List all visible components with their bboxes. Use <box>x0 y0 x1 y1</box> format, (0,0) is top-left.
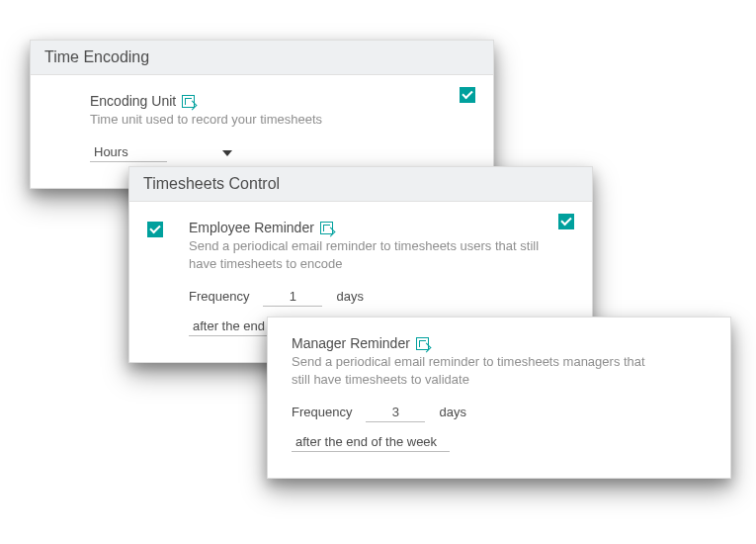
frequency-input[interactable] <box>263 287 322 307</box>
setting-title-row: Employee Reminder <box>189 220 574 235</box>
frequency-label: Frequency <box>292 405 352 419</box>
timing-select[interactable] <box>292 432 450 452</box>
setting-title: Employee Reminder <box>189 220 314 235</box>
setting-title: Encoding Unit <box>90 93 176 109</box>
manager-reminder-panel: Manager Reminder Send a periodical email… <box>267 317 731 479</box>
frequency-label: Frequency <box>189 289 249 304</box>
frequency-row: Frequency days <box>292 403 713 422</box>
panel-header: Time Encoding <box>31 41 493 75</box>
setting-description: Send a periodical email reminder to time… <box>189 237 545 273</box>
setting-title-row: Encoding Unit <box>90 93 475 109</box>
frequency-input[interactable] <box>366 403 425 422</box>
panel-header: Timesheets Control <box>129 167 592 202</box>
frequency-unit: days <box>439 405 465 419</box>
setting-description: Send a periodical email reminder to time… <box>292 353 647 389</box>
encoding-unit-field <box>90 142 475 162</box>
external-link-icon[interactable] <box>320 222 333 234</box>
frequency-row: Frequency days <box>189 287 574 307</box>
panel-heading-text: Time Encoding <box>44 48 149 65</box>
external-link-icon[interactable] <box>416 337 429 350</box>
setting-title: Manager Reminder <box>292 335 410 351</box>
enable-checkbox[interactable] <box>147 222 163 237</box>
timing-row <box>292 432 713 452</box>
right-checkbox[interactable] <box>460 87 475 103</box>
right-checkbox[interactable] <box>558 214 574 229</box>
panel-heading-text: Timesheets Control <box>143 175 280 192</box>
chevron-down-icon[interactable] <box>222 150 232 156</box>
panel-body: Manager Reminder Send a periodical email… <box>268 317 730 478</box>
external-link-icon[interactable] <box>182 95 195 108</box>
encoding-unit-select[interactable] <box>90 142 167 162</box>
setting-description: Time unit used to record your timesheets <box>90 111 446 129</box>
frequency-unit: days <box>336 289 363 304</box>
setting-title-row: Manager Reminder <box>292 335 713 351</box>
